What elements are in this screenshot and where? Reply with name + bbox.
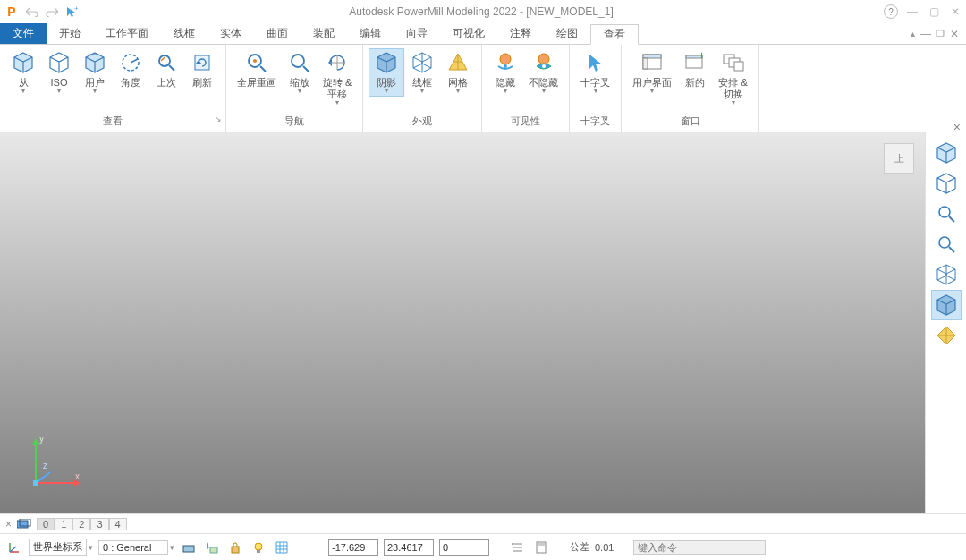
svg-rect-47 [183,546,194,552]
win-arrange[interactable]: 安排 & 切换▾ [713,48,752,108]
menu-装配[interactable]: 装配 [301,23,347,44]
svg-text:y: y [39,434,44,444]
help-icon[interactable]: ? [884,4,898,19]
svg-rect-54 [538,543,545,546]
view-prev[interactable]: 上次 [148,48,184,90]
svg-marker-29 [32,438,39,445]
command-input[interactable] [633,540,766,555]
close-icon[interactable]: ✕ [948,4,962,19]
vis-unhide[interactable]: 不隐藏▾ [523,48,564,97]
sb-calc-icon[interactable] [532,539,550,556]
menu-可视化[interactable]: 可视化 [440,23,497,44]
menu-实体[interactable]: 实体 [208,23,254,44]
dock-shade[interactable] [931,290,962,320]
app-logo: P [4,4,20,20]
level-tab-1[interactable]: 1 [55,518,72,530]
app-wire[interactable]: 线框▾ [404,48,440,97]
svg-marker-32 [73,479,80,487]
sb-grid-icon[interactable] [273,539,291,556]
chevron-down-icon: ▾ [732,98,735,106]
menu-查看[interactable]: 查看 [590,24,639,45]
level-tab-0[interactable]: 0 [37,518,55,530]
menu-file[interactable]: 文件 [0,23,47,44]
dock-wire[interactable] [931,259,962,290]
nav-fit[interactable]: 全屏重画 [232,48,282,90]
win-ui[interactable]: 用户界面▾ [627,48,677,97]
nav-zoom[interactable]: 缩放▾ [282,48,318,97]
ribbon-min-icon[interactable]: ▴ [911,29,915,38]
app-shade[interactable]: 阴影▾ [369,48,404,97]
child-restore-icon[interactable]: ❐ [936,29,945,38]
svg-point-18 [542,64,546,68]
level-tab-4[interactable]: 4 [109,518,127,530]
cursor-icon[interactable]: + [64,4,79,19]
app-grid[interactable]: 网格▾ [440,48,476,97]
chevron-down-icon: ▾ [594,87,597,95]
menu-线框[interactable]: 线框 [161,23,208,44]
dock-mesh[interactable] [931,320,962,351]
sb-plane-icon[interactable] [180,539,198,556]
undo-icon[interactable] [25,4,39,19]
mag-prev-icon [154,50,179,75]
child-min-icon[interactable]: — [920,28,931,40]
dock-close-icon[interactable]: × [953,120,961,134]
vis-hide[interactable]: 隐藏▾ [487,48,523,97]
sb-cursor-plane-icon[interactable] [203,539,221,556]
general-select[interactable]: 0 : General▾ [98,540,174,555]
minimize-icon[interactable]: — [905,4,919,19]
dock-top[interactable] [931,168,962,199]
chevron-down-icon: ▾ [21,87,25,95]
sb-list-icon[interactable] [509,539,527,556]
cs-select[interactable]: 世界坐标系▾ [29,539,93,556]
menu-绘图[interactable]: 绘图 [544,23,590,44]
chevron-down-icon: ▾ [335,98,339,106]
viewport[interactable]: 上 y x z [0,132,925,513]
view-iso[interactable]: ISO▾ [41,48,77,97]
redo-icon[interactable] [45,4,59,19]
view-refresh[interactable]: 刷新 [184,48,220,90]
level-tab-2[interactable]: 2 [72,518,90,530]
levels-icon[interactable] [15,515,33,533]
svg-point-2 [159,55,170,66]
rotate-pan-icon [325,50,350,75]
menu-曲面[interactable]: 曲面 [254,23,301,44]
child-close-icon[interactable]: ✕ [950,28,959,40]
chevron-down-icon: ▾ [57,87,61,95]
nav-rotate-pan[interactable]: 旋转 & 平移▾ [318,48,357,108]
win-new[interactable]: +新的 [677,48,713,90]
maximize-icon[interactable]: ▢ [927,4,941,19]
menu-向导[interactable]: 向导 [394,23,440,44]
statusbar: 世界坐标系▾ 0 : General▾ -17.629 23.4617 0 公差… [0,533,966,560]
group-label: 外观 [363,113,481,132]
chevron-down-icon: ▾ [93,87,97,95]
win-arrange-label: 安排 & 切换 [718,77,747,100]
orientation-cube[interactable]: 上 [884,143,914,174]
menu-工作平面[interactable]: 工作平面 [93,23,161,44]
menu-编辑[interactable]: 编辑 [347,23,394,44]
svg-text:+: + [699,50,705,62]
dock-zoom1[interactable] [931,199,962,229]
axis-gizmo: y x z [23,433,86,496]
group-label: 查看↘ [0,113,225,132]
nav-fit-label: 全屏重画 [237,77,276,89]
crosshair[interactable]: 十字叉▾ [575,48,615,97]
view-from[interactable]: 从▾ [5,48,41,97]
svg-line-34 [36,472,50,483]
dock-iso[interactable] [931,138,962,168]
menu-注释[interactable]: 注释 [497,23,544,44]
dock-zoom2[interactable] [931,229,962,259]
svg-rect-49 [232,547,239,553]
coord-x[interactable]: -17.629 [328,539,378,556]
levels-close-icon[interactable]: × [5,518,12,530]
view-angle[interactable]: 角度 [113,48,148,90]
menu-开始[interactable]: 开始 [47,23,93,44]
sb-lock-icon[interactable] [226,539,244,556]
view-user[interactable]: 用户▾ [77,48,113,97]
cs-icon[interactable] [5,539,23,556]
coord-y[interactable]: 23.4617 [384,539,434,556]
coord-z[interactable]: 0 [439,539,489,556]
sb-bulb-icon[interactable] [250,539,267,556]
dialog-launcher-icon[interactable]: ↘ [215,115,222,123]
level-tab-3[interactable]: 3 [90,518,108,530]
svg-rect-27 [734,62,743,71]
